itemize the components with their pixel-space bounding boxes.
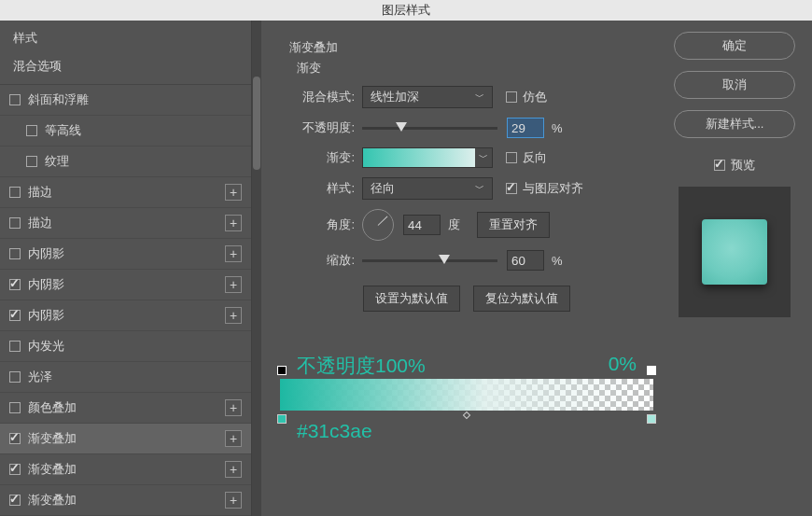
chevron-down-icon: ﹀ [475, 148, 492, 167]
settings-panel: 渐变叠加 渐变 混合模式: 线性加深 ﹀ 仿色 不透明度: % 渐 [261, 21, 672, 516]
sidebar-item-effect[interactable]: 斜面和浮雕 [0, 85, 251, 116]
add-effect-button[interactable] [225, 307, 242, 324]
add-effect-button[interactable] [225, 215, 242, 231]
midpoint-marker[interactable] [463, 411, 470, 419]
add-effect-button[interactable] [225, 184, 242, 201]
right-column: 确定 取消 新建样式... 预览 [672, 21, 812, 516]
angle-input[interactable] [403, 215, 441, 235]
reset-align-button[interactable]: 重置对齐 [477, 212, 550, 238]
gradient-editor: 不透明度100% 0% #31c3ae [280, 379, 653, 411]
reset-default-button[interactable]: 复位为默认值 [473, 286, 570, 312]
dither-label: 仿色 [523, 89, 547, 105]
effect-checkbox[interactable] [9, 464, 21, 475]
add-effect-button[interactable] [225, 430, 242, 447]
effect-label: 渐变叠加 [28, 461, 77, 478]
effect-checkbox[interactable] [9, 187, 21, 198]
add-effect-button[interactable] [225, 276, 242, 293]
ok-button[interactable]: 确定 [674, 32, 795, 60]
panel-subtitle: 渐变 [297, 60, 644, 77]
gradient-bar[interactable] [280, 379, 653, 411]
make-default-button[interactable]: 设置为默认值 [363, 286, 460, 312]
blend-options-header[interactable]: 混合选项 [0, 52, 251, 85]
style-label: 样式: [289, 180, 355, 197]
effect-checkbox[interactable] [9, 495, 21, 506]
sidebar-item-effect[interactable]: 等高线 [0, 116, 251, 146]
panel-title: 渐变叠加 [289, 39, 644, 56]
sidebar-item-effect[interactable]: 渐变叠加 [0, 485, 251, 516]
scale-slider[interactable] [362, 259, 497, 262]
effect-label: 内阴影 [28, 245, 64, 262]
effect-checkbox[interactable] [26, 156, 37, 167]
align-label: 与图层对齐 [523, 180, 583, 197]
effect-label: 内发光 [28, 338, 64, 355]
styles-sidebar: 样式 混合选项 斜面和浮雕等高线纹理描边描边内阴影内阴影内阴影内发光光泽颜色叠加… [0, 21, 261, 516]
new-style-button[interactable]: 新建样式... [674, 110, 795, 138]
effect-label: 等高线 [45, 122, 81, 139]
effect-checkbox[interactable] [9, 310, 21, 321]
cancel-button[interactable]: 取消 [674, 71, 795, 99]
effect-label: 斜面和浮雕 [28, 91, 89, 108]
effect-checkbox[interactable] [9, 341, 21, 352]
sidebar-item-effect[interactable]: 光泽 [0, 362, 251, 393]
chevron-down-icon: ﹀ [475, 182, 484, 195]
sidebar-item-effect[interactable]: 渐变叠加 [0, 424, 251, 454]
color-stop-right[interactable] [647, 414, 656, 424]
sidebar-item-effect[interactable]: 内阴影 [0, 270, 251, 300]
scale-label: 缩放: [289, 252, 355, 269]
opacity-slider[interactable] [362, 127, 497, 130]
sidebar-item-effect[interactable]: 内阴影 [0, 300, 251, 331]
add-effect-button[interactable] [225, 461, 242, 478]
effect-checkbox[interactable] [9, 402, 21, 413]
sidebar-scrollbar[interactable] [252, 21, 261, 516]
effect-label: 描边 [28, 184, 52, 201]
effect-checkbox[interactable] [9, 279, 21, 290]
degree-unit: 度 [448, 216, 460, 233]
sidebar-item-effect[interactable]: 颜色叠加 [0, 393, 251, 424]
blend-mode-select[interactable]: 线性加深 ﹀ [362, 86, 493, 108]
add-effect-button[interactable] [225, 399, 242, 416]
preview-box [679, 187, 791, 317]
scale-input[interactable] [507, 250, 544, 271]
effect-label: 光泽 [28, 369, 52, 385]
effect-label: 描边 [28, 215, 52, 231]
gradient-swatch[interactable]: ﹀ [362, 147, 493, 168]
styles-header[interactable]: 样式 [0, 21, 251, 52]
annotation-opacity-right: 0% [609, 353, 637, 375]
effect-checkbox[interactable] [26, 125, 37, 136]
effect-checkbox[interactable] [9, 433, 21, 444]
sidebar-item-effect[interactable]: 描边 [0, 208, 251, 239]
effect-checkbox[interactable] [9, 371, 21, 383]
preview-thumbnail [702, 219, 767, 285]
sidebar-item-effect[interactable]: 纹理 [0, 146, 251, 177]
effect-label: 颜色叠加 [28, 399, 77, 416]
angle-knob[interactable] [362, 209, 394, 241]
percent-unit: % [552, 254, 563, 268]
opacity-label: 不透明度: [289, 119, 355, 136]
opacity-stop-right[interactable] [647, 366, 656, 375]
add-effect-button[interactable] [225, 245, 242, 262]
reverse-label: 反向 [523, 149, 547, 166]
effect-checkbox[interactable] [9, 94, 21, 105]
effect-checkbox[interactable] [9, 217, 21, 229]
color-stop-left[interactable] [277, 414, 287, 424]
percent-unit: % [552, 121, 563, 135]
sidebar-item-effect[interactable]: 描边 [0, 177, 251, 208]
sidebar-item-effect[interactable]: 内发光 [0, 331, 251, 362]
sidebar-item-effect[interactable]: 内阴影 [0, 239, 251, 270]
dither-checkbox[interactable] [506, 91, 517, 103]
style-select[interactable]: 径向 ﹀ [362, 177, 493, 200]
opacity-input[interactable] [507, 118, 544, 138]
opacity-stop-left[interactable] [277, 366, 287, 375]
annotation-opacity-left: 不透明度100% [297, 353, 426, 379]
effect-checkbox[interactable] [9, 248, 21, 259]
add-effect-button[interactable] [225, 492, 242, 509]
angle-label: 角度: [289, 216, 355, 233]
align-checkbox[interactable] [506, 183, 517, 194]
annotation-color: #31c3ae [297, 420, 372, 442]
sidebar-item-effect[interactable]: 渐变叠加 [0, 454, 251, 485]
effect-label: 渐变叠加 [28, 492, 77, 509]
blend-mode-label: 混合模式: [289, 89, 355, 105]
chevron-down-icon: ﹀ [475, 91, 484, 104]
preview-checkbox[interactable] [714, 160, 725, 171]
reverse-checkbox[interactable] [506, 152, 517, 163]
